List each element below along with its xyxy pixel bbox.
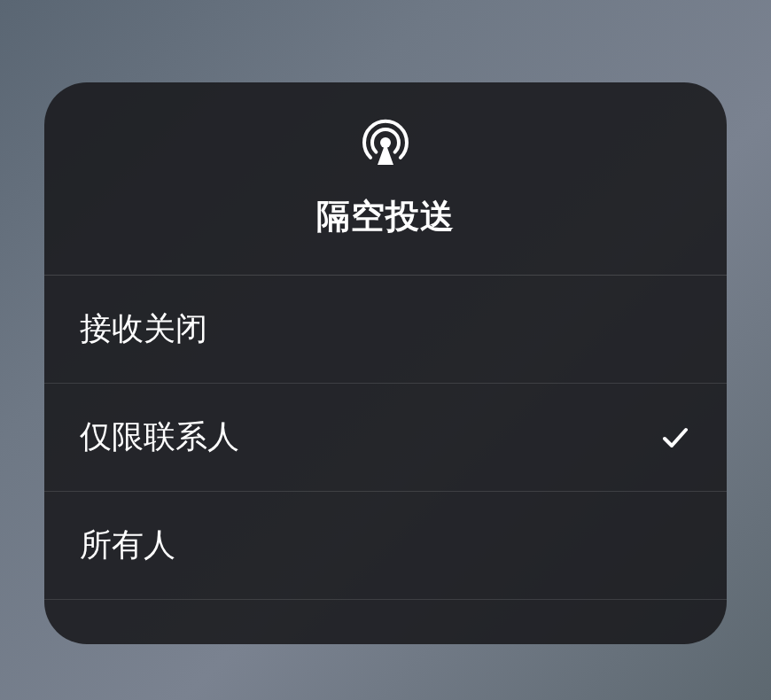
airdrop-panel: 隔空投送 接收关闭 仅限联系人 所有人 [44, 82, 727, 644]
option-label: 接收关闭 [80, 307, 207, 351]
option-contacts-only[interactable]: 仅限联系人 [44, 384, 727, 492]
option-everyone[interactable]: 所有人 [44, 492, 727, 600]
option-receiving-off[interactable]: 接收关闭 [44, 276, 727, 384]
option-label: 所有人 [80, 524, 175, 567]
panel-header: 隔空投送 [44, 82, 727, 276]
panel-title: 隔空投送 [316, 194, 455, 239]
option-label: 仅限联系人 [80, 416, 239, 459]
checkmark-icon [659, 422, 691, 454]
airdrop-icon [359, 116, 412, 173]
panel-bottom-spacer [44, 600, 727, 644]
